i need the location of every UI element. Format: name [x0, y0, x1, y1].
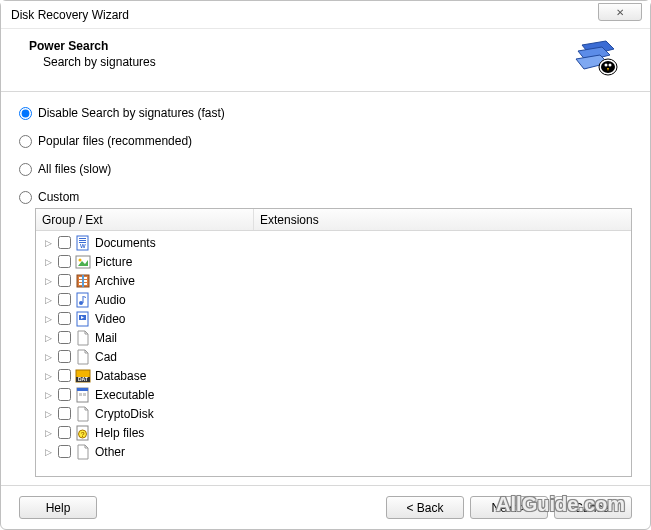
radio-popular[interactable]: [19, 135, 32, 148]
tree-body[interactable]: ▷ W Documents ▷ Picture ▷ Archive ▷ Audi…: [36, 231, 631, 476]
next-button[interactable]: Next >: [470, 496, 548, 519]
option-disable-signatures[interactable]: Disable Search by signatures (fast): [19, 106, 632, 120]
cancel-button[interactable]: Cancel: [554, 496, 632, 519]
blank-icon: [75, 444, 91, 460]
row-label: Documents: [95, 236, 156, 250]
option-label: Disable Search by signatures (fast): [38, 106, 225, 120]
radio-all[interactable]: [19, 163, 32, 176]
row-label: Database: [95, 369, 146, 383]
tree-row[interactable]: ▷ Picture: [36, 252, 631, 271]
doc-icon: W: [75, 235, 91, 251]
row-label: Help files: [95, 426, 144, 440]
page-subtitle: Search by signatures: [29, 55, 156, 69]
option-label: Custom: [38, 190, 79, 204]
vid-icon: [75, 311, 91, 327]
tree-row[interactable]: ▷ Executable: [36, 385, 631, 404]
svg-rect-23: [83, 296, 84, 303]
row-label: CryptoDisk: [95, 407, 154, 421]
tree-row[interactable]: ▷ Archive: [36, 271, 631, 290]
arc-icon: [75, 273, 91, 289]
close-button[interactable]: ✕: [598, 3, 642, 21]
blank-icon: [75, 330, 91, 346]
row-checkbox[interactable]: [58, 388, 71, 401]
svg-point-4: [601, 61, 615, 73]
footer: Help < Back Next > Cancel: [1, 485, 650, 529]
header-text: Power Search Search by signatures: [29, 39, 156, 69]
svg-text:DAT: DAT: [78, 376, 88, 382]
titlebar: Disk Recovery Wizard ✕: [1, 1, 650, 29]
option-popular-files[interactable]: Popular files (recommended): [19, 134, 632, 148]
help-button[interactable]: Help: [19, 496, 97, 519]
back-button[interactable]: < Back: [386, 496, 464, 519]
exe-icon: [75, 387, 91, 403]
expander-icon[interactable]: ▷: [42, 275, 54, 287]
svg-rect-31: [77, 388, 88, 391]
row-checkbox[interactable]: [58, 312, 71, 325]
svg-point-5: [605, 64, 608, 67]
row-label: Mail: [95, 331, 117, 345]
svg-rect-32: [79, 393, 82, 396]
aud-icon: [75, 292, 91, 308]
expander-icon[interactable]: ▷: [42, 389, 54, 401]
option-all-files[interactable]: All files (slow): [19, 162, 632, 176]
expander-icon[interactable]: ▷: [42, 370, 54, 382]
svg-point-14: [79, 258, 82, 261]
row-checkbox[interactable]: [58, 426, 71, 439]
svg-rect-10: [79, 240, 86, 241]
row-checkbox[interactable]: [58, 369, 71, 382]
radio-disable[interactable]: [19, 107, 32, 120]
row-checkbox[interactable]: [58, 255, 71, 268]
row-checkbox[interactable]: [58, 293, 71, 306]
row-checkbox[interactable]: [58, 407, 71, 420]
tree-row[interactable]: ▷ Cad: [36, 347, 631, 366]
tree-row[interactable]: ▷ ? Help files: [36, 423, 631, 442]
db-icon: DAT: [75, 368, 91, 384]
tree-row[interactable]: ▷ W Documents: [36, 233, 631, 252]
option-custom[interactable]: Custom: [19, 190, 632, 204]
tree-row[interactable]: ▷ Video: [36, 309, 631, 328]
expander-icon[interactable]: ▷: [42, 351, 54, 363]
wizard-window: Disk Recovery Wizard ✕ Power Search Sear…: [0, 0, 651, 530]
row-checkbox[interactable]: [58, 331, 71, 344]
row-checkbox[interactable]: [58, 274, 71, 287]
tree-row[interactable]: ▷ Other: [36, 442, 631, 461]
expander-icon[interactable]: ▷: [42, 294, 54, 306]
expander-icon[interactable]: ▷: [42, 332, 54, 344]
option-label: Popular files (recommended): [38, 134, 192, 148]
page-title: Power Search: [29, 39, 156, 53]
expander-icon[interactable]: ▷: [42, 427, 54, 439]
expander-icon[interactable]: ▷: [42, 313, 54, 325]
svg-rect-33: [83, 393, 86, 396]
header-icon: [574, 39, 622, 79]
row-label: Video: [95, 312, 125, 326]
close-icon: ✕: [616, 7, 624, 18]
file-type-tree: Group / Ext Extensions ▷ W Documents ▷ P…: [35, 208, 632, 477]
svg-rect-20: [82, 275, 84, 287]
blank-icon: [75, 406, 91, 422]
row-label: Other: [95, 445, 125, 459]
svg-text:?: ?: [81, 431, 85, 438]
svg-point-22: [79, 301, 83, 305]
tree-row[interactable]: ▷ Audio: [36, 290, 631, 309]
row-checkbox[interactable]: [58, 236, 71, 249]
expander-icon[interactable]: ▷: [42, 408, 54, 420]
tree-row[interactable]: ▷ Mail: [36, 328, 631, 347]
tree-row[interactable]: ▷ CryptoDisk: [36, 404, 631, 423]
tree-row[interactable]: ▷ DAT Database: [36, 366, 631, 385]
column-extensions[interactable]: Extensions: [254, 209, 631, 230]
svg-rect-9: [79, 238, 86, 239]
svg-text:W: W: [80, 243, 86, 249]
pic-icon: [75, 254, 91, 270]
content-area: Disable Search by signatures (fast) Popu…: [1, 92, 650, 485]
radio-custom[interactable]: [19, 191, 32, 204]
row-checkbox[interactable]: [58, 445, 71, 458]
row-label: Cad: [95, 350, 117, 364]
expander-icon[interactable]: ▷: [42, 237, 54, 249]
row-checkbox[interactable]: [58, 350, 71, 363]
svg-point-6: [609, 64, 612, 67]
row-label: Audio: [95, 293, 126, 307]
expander-icon[interactable]: ▷: [42, 446, 54, 458]
expander-icon[interactable]: ▷: [42, 256, 54, 268]
window-title: Disk Recovery Wizard: [11, 8, 129, 22]
column-group[interactable]: Group / Ext: [36, 209, 254, 230]
